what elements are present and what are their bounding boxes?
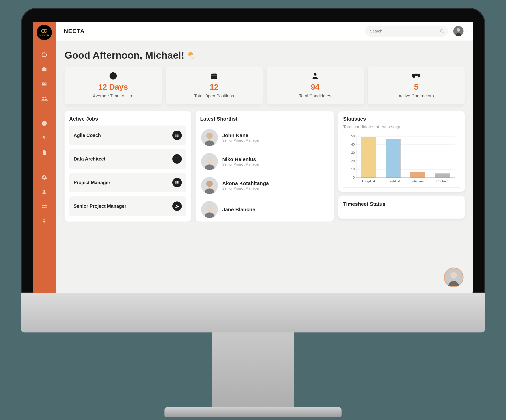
job-title: Data Architect — [73, 156, 106, 162]
search-icon — [439, 29, 444, 33]
content: Good Afternoon, Michael! 12 Days Average… — [56, 40, 473, 221]
sidebar-item-profile[interactable] — [33, 185, 56, 199]
jobs-list: Agile Coach Data Architect Project Manag… — [69, 126, 186, 216]
kpi-total-candidates[interactable]: 94 Total Candidates — [266, 67, 364, 105]
sidebar-item-dashboard[interactable] — [33, 48, 56, 62]
shortlist-heading: Latest Shortlist — [200, 116, 329, 122]
greeting-text: Good Afternoon, Michael! — [65, 50, 184, 61]
list-icon[interactable] — [172, 178, 182, 187]
svg-rect-22 — [176, 181, 179, 182]
sidebar: NECTA — [33, 22, 56, 293]
svg-text:0: 0 — [353, 176, 355, 179]
job-row[interactable]: Agile Coach — [69, 126, 186, 145]
brand-wordmark: NECTA — [64, 28, 85, 34]
svg-rect-20 — [176, 160, 179, 160]
kpi-value: 12 — [210, 83, 219, 92]
active-jobs-heading: Active Jobs — [69, 116, 186, 122]
kpi-label: Total Candidates — [299, 93, 331, 99]
bar — [361, 137, 376, 178]
shortlist-item[interactable]: Jane Blanche — [200, 198, 329, 221]
sidebar-item-documents[interactable] — [33, 146, 56, 159]
sidebar-item-integrations[interactable] — [33, 214, 56, 228]
job-row[interactable]: Senior Project Manager — [69, 196, 186, 216]
svg-point-2 — [440, 29, 443, 32]
kpi-row: 12 Days Average Time to Hire 12 Total Op… — [65, 67, 465, 105]
active-jobs-card: Active Jobs Agile Coach Data Architect P… — [65, 111, 191, 221]
svg-point-9 — [175, 134, 176, 135]
candidate-name: Jane Blanche — [222, 207, 255, 213]
shortlist-item[interactable]: John Kane Senior Project Manager — [200, 126, 329, 149]
right-column: Statistics Total candidates at each stag… — [338, 111, 465, 221]
svg-point-7 — [190, 55, 195, 59]
user-menu[interactable] — [453, 26, 468, 36]
svg-rect-26 — [176, 184, 179, 184]
plug-icon — [41, 218, 47, 224]
candidate-avatar — [201, 201, 218, 218]
sidebar-item-messages[interactable] — [33, 77, 56, 91]
bar — [386, 139, 400, 178]
candidate-name: Akona Kotahitanga — [222, 180, 269, 187]
sidebar-item-billing[interactable] — [33, 131, 56, 145]
svg-rect-10 — [176, 134, 179, 134]
kpi-label: Active Contractors — [398, 93, 434, 99]
kpi-time-to-hire[interactable]: 12 Days Average Time to Hire — [65, 67, 162, 105]
chevron-down-icon — [465, 30, 468, 33]
search-input[interactable] — [369, 29, 439, 34]
candidate-name: John Kane — [222, 132, 260, 139]
candidate-role: Senior Project Manager — [222, 162, 260, 167]
kpi-value: 94 — [311, 83, 320, 92]
clock-icon — [41, 120, 47, 126]
candidate-avatar — [201, 177, 218, 194]
user-icon — [41, 189, 47, 194]
job-row[interactable]: Data Architect — [69, 149, 186, 169]
svg-rect-24 — [176, 182, 179, 183]
group-icon — [41, 203, 48, 210]
shortlist-item[interactable]: Akona Kotahitanga Senior Project Manager — [200, 173, 329, 198]
svg-point-27 — [176, 205, 177, 206]
svg-point-33 — [206, 180, 213, 187]
statistics-subtitle: Total candidates at each stage. — [343, 124, 460, 129]
statistics-card: Statistics Total candidates at each stag… — [338, 111, 465, 192]
job-title: Agile Coach — [73, 133, 101, 138]
list-icon[interactable] — [172, 154, 182, 164]
sidebar-item-candidates[interactable] — [33, 92, 56, 105]
job-title: Senior Project Manager — [73, 203, 126, 209]
sidebar-item-settings[interactable] — [33, 171, 56, 184]
shortlist-list: John Kane Senior Project Manager Niko He… — [200, 126, 329, 221]
svg-point-19 — [175, 160, 176, 160]
sun-cloud-icon — [187, 51, 196, 60]
timesheet-status-card: Timesheet Status — [338, 196, 465, 219]
dollar-icon — [41, 135, 47, 141]
svg-rect-12 — [176, 135, 179, 135]
svg-point-31 — [206, 157, 213, 163]
shortlist-item[interactable]: Niko Helenius Senior Project Manager — [200, 149, 329, 173]
timesheet-heading: Timesheet Status — [343, 201, 460, 207]
brand-logo[interactable]: NECTA — [37, 25, 52, 40]
assistant-avatar[interactable] — [444, 267, 464, 287]
svg-text:30: 30 — [351, 151, 355, 154]
sidebar-item-timesheets[interactable] — [33, 117, 56, 130]
app-root: NECTA — [33, 22, 473, 293]
logo-rings-icon — [41, 29, 48, 33]
job-row[interactable]: Project Manager — [69, 173, 186, 192]
sidebar-item-jobs[interactable] — [33, 63, 56, 76]
bar — [410, 172, 425, 178]
kpi-active-contractors[interactable]: 5 Active Contractors — [368, 67, 465, 105]
clock-icon — [109, 72, 117, 80]
candidate-avatar — [201, 153, 218, 170]
bar — [435, 173, 450, 178]
svg-text:Contract: Contract — [436, 180, 448, 183]
avatar — [453, 26, 464, 36]
svg-point-8 — [314, 73, 316, 75]
sidebar-item-team[interactable] — [33, 200, 56, 213]
user-add-icon[interactable] — [172, 201, 182, 211]
briefcase-icon — [41, 67, 47, 72]
kpi-open-positions[interactable]: 12 Total Open Positions — [166, 67, 263, 105]
svg-text:20: 20 — [351, 159, 355, 163]
sidebar-divider — [36, 45, 53, 45]
candidate-role: Senior Project Manager — [222, 187, 269, 191]
search-box[interactable] — [365, 26, 449, 37]
greeting: Good Afternoon, Michael! — [65, 50, 465, 61]
main-area: NECTA — [56, 22, 473, 293]
list-icon[interactable] — [172, 131, 182, 140]
